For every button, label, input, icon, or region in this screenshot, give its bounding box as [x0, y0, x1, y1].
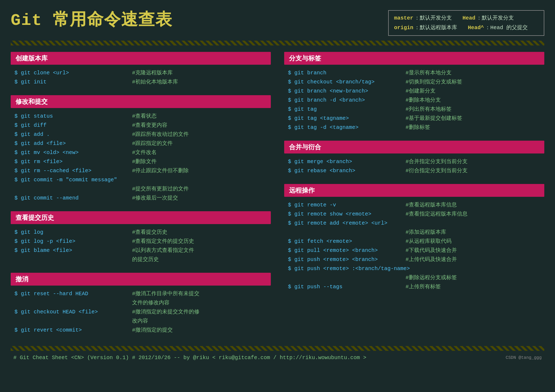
cmd-row: $ git reset --hard HEAD #撤消工作目录中所有未提交 [14, 289, 267, 298]
cmd-text: $ git remote -v [288, 201, 400, 210]
section-body-undo: $ git reset --hard HEAD #撤消工作目录中所有未提交 文件… [11, 288, 271, 336]
footer-right-text: CSDN @tang_ggg [506, 355, 542, 360]
section-header-remote: 远程操作 [284, 184, 544, 197]
section-body-merge-rebase: $ git merge <branch> #合并指定分支到当前分支 $ git … [284, 156, 544, 176]
cmd-row: #提交所有更新过的文件 [14, 185, 267, 194]
cmd-text: $ git mv <old> <new> [14, 148, 127, 157]
section-create-repo: 创建版本库 $ git clone <url> #克隆远程版本库 $ git i… [11, 52, 271, 88]
cmd-text: $ git checkout <branch/tag> [288, 78, 400, 87]
cmd-text [14, 298, 127, 308]
cmd-desc: #查看变更内容 [132, 121, 167, 130]
legend-val-master: ：默认开发分支 [414, 13, 452, 23]
cmd-text: $ git tag -d <tagname> [288, 123, 400, 132]
cmd-text: $ git remote add <remote> <url> [288, 219, 400, 228]
cmd-row: $ git rebase <branch> #衍合指定分支到当前分支 [288, 166, 541, 175]
left-column: 创建版本库 $ git clone <url> #克隆远程版本库 $ git i… [11, 52, 271, 343]
cmd-text: $ git push <remote> :<branch/tag-name> [288, 264, 410, 273]
cmd-desc: #提交所有更新过的文件 [132, 185, 189, 194]
cmd-desc: #显示所有本地分支 [406, 68, 452, 78]
section-body-remote: $ git remote -v #查看远程版本库信息 $ git remote … [284, 199, 544, 293]
legend-val-head: ：默认开发分支 [476, 13, 514, 23]
section-body-view-history: $ git log #查看提交历史 $ git log -p <file> #查… [11, 227, 271, 265]
cmd-row: $ git commit --amend #修改最后一次提交 [14, 194, 267, 203]
cmd-row: $ git clone <url> #克隆远程版本库 [14, 68, 267, 78]
cmd-row: $ git blame <file> #以列表方式查看指定文件 [14, 246, 267, 255]
cmd-desc: #跟踪指定的文件 [132, 139, 173, 148]
cmd-desc: #删除文件 [132, 157, 157, 166]
cmd-text: $ git commit -m "commit message" [14, 175, 127, 185]
cmd-row: $ git tag <tagname> #基于最新提交创建标签 [288, 114, 541, 123]
cmd-desc: #列出所有本地标签 [406, 105, 452, 114]
section-remote: 远程操作 $ git remote -v #查看远程版本库信息 $ git re… [284, 184, 544, 293]
cmd-desc: #合并指定分支到当前分支 [406, 157, 468, 166]
cmd-text [14, 317, 127, 326]
cmd-text: $ git clone <url> [14, 68, 127, 78]
cmd-desc: 改内容 [132, 317, 148, 326]
cmd-text: $ git branch <new-branch> [288, 87, 400, 96]
cmd-row: $ git rm <file> #删除文件 [14, 157, 267, 166]
cmd-row: 改内容 [14, 317, 267, 326]
cmd-desc: #切换到指定分支或标签 [406, 78, 462, 87]
cmd-desc: #添加远程版本库 [406, 228, 446, 237]
cmd-row: $ git checkout HEAD <file> #撤消指定的未提交文件的修 [14, 308, 267, 317]
cmd-text: $ git fetch <remote> [288, 237, 400, 246]
cmd-row: #删除远程分支或标签 [288, 273, 541, 282]
cmd-desc: #查看指定文件的提交历史 [132, 237, 194, 246]
header: Git 常用命令速查表 master ：默认开发分支 Head ：默认开发分支 … [11, 8, 544, 36]
legend-row-2: origin ：默认远程版本库 Head^ ：Head 的父提交 [394, 23, 538, 33]
section-header-merge-rebase: 合并与衍合 [284, 141, 544, 153]
section-merge-rebase: 合并与衍合 $ git merge <branch> #合并指定分支到当前分支 … [284, 141, 544, 176]
section-body-create-repo: $ git clone <url> #克隆远程版本库 $ git init #初… [11, 67, 271, 88]
cmd-row: $ git tag #列出所有本地标签 [288, 105, 541, 114]
cmd-row: $ git remote show <remote> #查看指定远程版本库信息 [288, 210, 541, 219]
cmd-row: $ git push <remote> <branch> #上传代码及快速合并 [288, 255, 541, 264]
section-body-branch-tag: $ git branch #显示所有本地分支 $ git checkout <b… [284, 67, 544, 133]
cmd-desc: #下载代码及快速合并 [406, 246, 457, 255]
cmd-row: $ git add <file> #跟踪指定的文件 [14, 139, 267, 148]
cmd-row: $ git log -p <file> #查看指定文件的提交历史 [14, 237, 267, 246]
cmd-desc: #文件改名 [132, 148, 157, 157]
cmd-desc: #上传所有标签 [406, 282, 441, 291]
legend-key-master: master [394, 13, 413, 23]
cmd-desc: #基于最新提交创建标签 [406, 114, 462, 123]
section-header-modify-commit: 修改和提交 [11, 95, 271, 108]
cmd-row: 文件的修改内容 [14, 298, 267, 308]
cmd-row: 的提交历史 [14, 255, 267, 264]
cmd-row: $ git push <remote> :<branch/tag-name> [288, 264, 541, 273]
cmd-desc: #查看提交历史 [132, 228, 167, 237]
cmd-desc: #从远程库获取代码 [406, 237, 452, 246]
cmd-desc: #撤消指定的提交 [132, 326, 173, 335]
cmd-desc: #以列表方式查看指定文件 [132, 246, 194, 255]
cmd-desc: #停止跟踪文件但不删除 [132, 166, 189, 175]
right-column: 分支与标签 $ git branch #显示所有本地分支 $ git check… [284, 52, 544, 343]
section-body-modify-commit: $ git status #查看状态 $ git diff #查看变更内容 $ … [11, 111, 271, 204]
cmd-desc: 的提交历史 [132, 255, 159, 264]
cmd-row: $ git branch <new-branch> #创建新分支 [288, 87, 541, 96]
cmd-text [288, 273, 400, 282]
cmd-text: $ git rebase <branch> [288, 166, 400, 175]
cmd-desc: #删除标签 [406, 123, 430, 132]
cmd-row: $ git remote -v #查看远程版本库信息 [288, 201, 541, 210]
main-title: Git 常用命令速查表 [11, 8, 172, 30]
cmd-text: $ git log -p <file> [14, 237, 127, 246]
cmd-text: $ git tag [288, 105, 400, 114]
legend-val-headcaret: ：Head 的父提交 [485, 23, 528, 33]
cmd-row: $ git fetch <remote> #从远程库获取代码 [288, 237, 541, 246]
legend-row-1: master ：默认开发分支 Head ：默认开发分支 [394, 13, 538, 23]
cmd-row: $ git commit -m "commit message" [14, 175, 267, 185]
footer: # Git Cheat Sheet <CN> (Version 0.1) # 2… [11, 355, 544, 361]
header-divider [11, 41, 544, 45]
cmd-row: $ git branch -d <branch> #删除本地分支 [288, 96, 541, 105]
cmd-desc: #查看状态 [132, 112, 157, 121]
cmd-row: $ git push --tags #上传所有标签 [288, 282, 541, 291]
cmd-row: $ git init #初始化本地版本库 [14, 78, 267, 87]
cmd-text: $ git reset --hard HEAD [14, 289, 127, 298]
cmd-row: $ git revert <commit> #撤消指定的提交 [14, 326, 267, 335]
cmd-desc: #克隆远程版本库 [132, 68, 173, 78]
cmd-row: $ git pull <remote> <branch> #下载代码及快速合并 [288, 246, 541, 255]
cmd-text: $ git revert <commit> [14, 326, 127, 335]
cmd-text: $ git pull <remote> <branch> [288, 246, 400, 255]
cmd-row: $ git tag -d <tagname> #删除标签 [288, 123, 541, 132]
section-header-branch-tag: 分支与标签 [284, 52, 544, 65]
cmd-row: #添加远程版本库 [288, 228, 541, 237]
